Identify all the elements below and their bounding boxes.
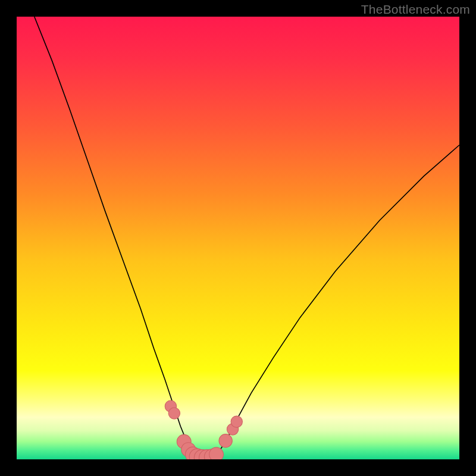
right-curve xyxy=(214,145,459,459)
left-curve xyxy=(35,17,196,459)
marker-dot xyxy=(168,408,180,419)
bottom-markers xyxy=(165,400,242,459)
marker-dot xyxy=(231,416,242,427)
black-frame: TheBottleneck.com xyxy=(0,0,476,476)
chart-curves xyxy=(17,17,459,459)
watermark-text: TheBottleneck.com xyxy=(361,2,470,17)
marker-dot xyxy=(209,447,224,459)
marker-dot xyxy=(219,434,232,447)
plot-area xyxy=(17,17,459,459)
